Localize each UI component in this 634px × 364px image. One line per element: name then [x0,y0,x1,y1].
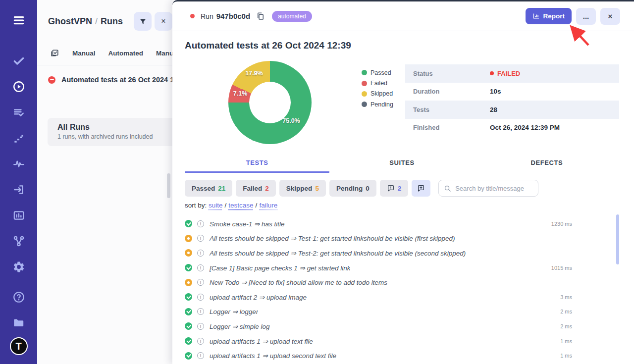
passed-count: 21 [218,185,225,192]
info-icon: ! [197,338,204,345]
status-filters: Passed 21 Failed 2 Skipped 5 Pending 0 2 [185,180,538,197]
legend-item-failed[interactable]: Failed [362,78,393,88]
copy-icon [256,12,265,21]
run-label: Run [201,12,213,20]
tab-manual[interactable]: Manual [72,50,96,57]
passed-status-icon [185,220,192,227]
run-detail-panel: Run 947b0c0d automated Report ... × Auto… [172,0,634,364]
legend-item-skipped[interactable]: Skipped [362,89,393,99]
test-row[interactable]: ! upload artifacts 1 ⇒ upload text file … [185,334,622,349]
report-button[interactable]: Report [526,8,572,24]
test-plans-icon[interactable] [11,105,26,120]
test-row[interactable]: ! upload artifact 2 ⇒ upload image 3 ms [185,290,622,305]
all-runs-subtitle: 1 runs, with archived runs included [57,133,169,140]
test-list-scrollbar[interactable] [616,214,619,264]
run-item-title: Automated tests at 26 Oct 2024 12:39 [61,76,172,84]
test-duration: 1 ms [523,353,572,359]
pipelines-signin-icon[interactable] [11,182,26,197]
panel-close-button[interactable]: × [155,12,172,31]
add-comment-button[interactable] [412,180,430,197]
select-runs-icon[interactable] [50,49,59,58]
search-box [438,180,538,197]
more-icon: ... [583,12,589,20]
reports-chart-icon[interactable] [11,208,26,223]
passed-status-icon [185,337,192,345]
tab-third[interactable]: Manual [156,50,172,57]
all-runs-title: All Runs [57,123,169,132]
test-row[interactable]: ! All tests should be skipped ⇒ Test-2: … [185,246,622,260]
test-row[interactable]: ! New Todo ⇒ [Need to fix] should allow … [185,275,622,290]
failed-run-icon [48,76,55,84]
filter-passed-button[interactable]: Passed 21 [185,180,232,197]
info-icon: ! [197,323,204,330]
run-list-item[interactable]: Automated tests at 26 Oct 2024 12:39 [37,65,172,84]
legend-item-passed[interactable]: Passed [362,67,393,78]
test-row[interactable]: ! Smoke case-1 ⇒ has title 1230 ms [185,216,622,231]
pending-count: 0 [366,185,370,192]
report-chart-icon [532,12,540,20]
info-icon: ! [197,235,204,242]
search-icon [444,185,451,192]
search-input[interactable] [455,185,542,192]
info-icon: ! [197,264,204,271]
close-run-button[interactable]: × [600,8,620,25]
filter-button[interactable] [134,12,152,31]
results-donut-chart: 75.0% 7.1% 17.9% [228,61,312,144]
summary-row-status: Status FAILED [405,64,619,83]
run-summary-table: Status FAILED Duration 10s Tests 28 Fini… [405,64,619,137]
more-options-button[interactable]: ... [576,8,596,25]
close-icon: × [608,12,613,20]
menu-icon[interactable] [11,13,26,28]
branches-icon[interactable] [11,234,26,249]
info-icon: ! [197,279,204,286]
pending-dot [362,102,367,107]
logo-letter: T [15,341,21,352]
projects-folder-icon[interactable] [11,315,26,330]
breadcrumb-project[interactable]: GhostVPN [48,16,92,26]
passed-dot [362,70,367,75]
test-row[interactable]: ! Logger ⇒ logger 2 ms [185,305,622,319]
test-duration: 3 ms [523,294,572,300]
test-row[interactable]: ! Logger ⇒ simple log 2 ms [185,319,622,334]
skipped-status-icon [185,235,192,242]
passed-status-icon [185,264,192,271]
sort-row: sort by: suite/testcase/failure [185,202,277,209]
tab-automated[interactable]: Automated [108,50,144,57]
breadcrumb-page: Runs [101,16,123,26]
info-icon: ! [197,250,204,257]
app-logo[interactable]: T [10,337,28,355]
skipped-dot [362,91,367,97]
filter-skipped-button[interactable]: Skipped 5 [279,180,326,197]
legend-item-pending[interactable]: Pending [362,99,393,109]
all-runs-card[interactable]: All Runs 1 runs, with archived runs incl… [48,118,176,146]
test-duration: 1 ms [523,338,572,344]
filter-pending-button[interactable]: Pending 0 [329,180,376,197]
sort-by-failure-link[interactable]: failure [259,202,277,209]
runs-panel-scrollbar[interactable] [167,173,170,198]
summary-row-finished: Finished Oct 26, 2024 12:39 PM [405,119,619,137]
passed-status-icon [185,322,192,330]
skipped-slice-label: 17.9% [245,70,263,77]
status-failed-value: FAILED [490,70,520,77]
help-icon[interactable] [11,290,26,305]
failed-slice-label: 7.1% [233,90,248,97]
comments-count: 2 [398,185,402,192]
test-row[interactable]: ! upload artifacts 1 ⇒ upload second tex… [185,348,622,363]
filter-failed-button[interactable]: Failed 2 [236,180,276,197]
milestones-steps-icon[interactable] [11,131,26,146]
filter-comments-button[interactable]: 2 [380,180,409,197]
sort-by-suite-link[interactable]: suite [209,202,223,209]
tab-suites[interactable]: SUITES [329,159,474,173]
test-row[interactable]: ! [Case 1] Basic page checks 1 ⇒ get sta… [185,260,622,275]
analytics-pulse-icon[interactable] [11,156,26,171]
tab-tests[interactable]: TESTS [185,159,329,173]
runs-play-icon[interactable] [11,79,26,94]
tab-defects[interactable]: DEFECTS [475,159,619,173]
test-row[interactable]: ! All tests should be skipped ⇒ Test-1: … [185,231,622,246]
skipped-count: 5 [315,185,319,192]
sort-by-testcase-link[interactable]: testcase [228,202,253,209]
automated-badge: automated [272,11,312,22]
copy-run-id-button[interactable] [256,12,265,21]
settings-gear-icon[interactable] [11,260,26,274]
tests-check-icon[interactable] [11,53,26,68]
